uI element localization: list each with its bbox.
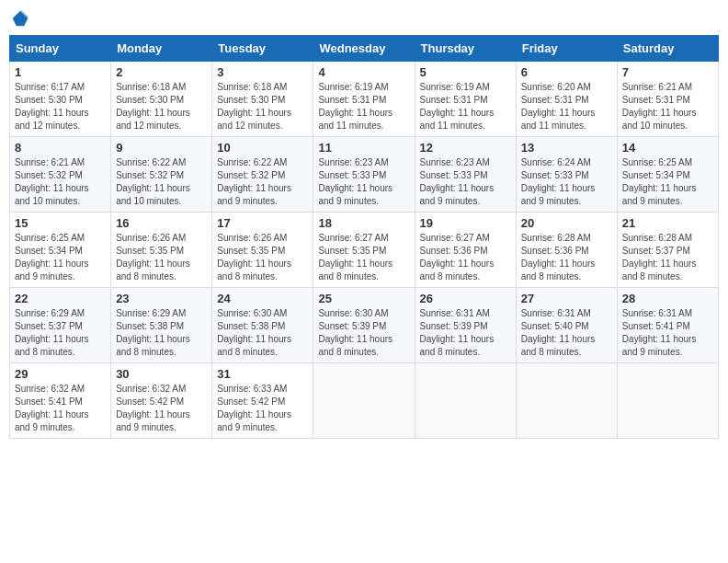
logo-icon: [11, 9, 29, 28]
day-info: Sunrise: 6:18 AM Sunset: 5:30 PM Dayligh…: [217, 81, 308, 132]
day-info: Sunrise: 6:27 AM Sunset: 5:36 PM Dayligh…: [420, 232, 511, 283]
day-info: Sunrise: 6:32 AM Sunset: 5:41 PM Dayligh…: [15, 383, 106, 434]
day-info: Sunrise: 6:29 AM Sunset: 5:37 PM Dayligh…: [15, 307, 106, 359]
day-number: 12: [420, 141, 511, 155]
col-header-friday: Friday: [516, 36, 617, 62]
day-cell: 15Sunrise: 6:25 AM Sunset: 5:34 PM Dayli…: [10, 213, 111, 288]
day-cell: [415, 363, 516, 439]
day-number: 10: [217, 141, 308, 155]
page-header: [9, 9, 719, 28]
day-number: 8: [15, 141, 106, 155]
col-header-sunday: Sunday: [10, 36, 111, 62]
day-number: 3: [217, 65, 308, 79]
day-cell: 7Sunrise: 6:21 AM Sunset: 5:31 PM Daylig…: [617, 62, 718, 137]
day-number: 26: [420, 292, 511, 305]
day-number: 11: [318, 141, 409, 155]
day-cell: 31Sunrise: 6:33 AM Sunset: 5:42 PM Dayli…: [212, 363, 313, 439]
day-number: 21: [622, 216, 713, 230]
day-number: 29: [15, 367, 106, 381]
day-cell: 12Sunrise: 6:23 AM Sunset: 5:33 PM Dayli…: [415, 137, 516, 213]
day-cell: 18Sunrise: 6:27 AM Sunset: 5:35 PM Dayli…: [313, 213, 415, 288]
day-number: 31: [217, 367, 308, 381]
day-number: 27: [521, 292, 612, 305]
day-cell: 19Sunrise: 6:27 AM Sunset: 5:36 PM Dayli…: [415, 213, 516, 288]
day-number: 28: [622, 292, 713, 305]
day-number: 19: [420, 216, 511, 230]
day-number: 13: [521, 141, 612, 155]
day-number: 17: [217, 216, 308, 230]
day-number: 23: [116, 292, 207, 305]
day-info: Sunrise: 6:27 AM Sunset: 5:35 PM Dayligh…: [318, 232, 409, 283]
day-number: 6: [521, 65, 612, 79]
col-header-thursday: Thursday: [415, 36, 516, 62]
col-header-saturday: Saturday: [617, 36, 718, 62]
day-cell: 3Sunrise: 6:18 AM Sunset: 5:30 PM Daylig…: [212, 62, 313, 137]
week-row-3: 15Sunrise: 6:25 AM Sunset: 5:34 PM Dayli…: [10, 213, 719, 288]
day-number: 30: [116, 367, 207, 381]
day-info: Sunrise: 6:30 AM Sunset: 5:39 PM Dayligh…: [318, 307, 409, 359]
day-cell: 16Sunrise: 6:26 AM Sunset: 5:35 PM Dayli…: [111, 213, 212, 288]
day-info: Sunrise: 6:24 AM Sunset: 5:33 PM Dayligh…: [521, 156, 612, 208]
day-info: Sunrise: 6:33 AM Sunset: 5:42 PM Dayligh…: [217, 383, 308, 434]
day-info: Sunrise: 6:28 AM Sunset: 5:37 PM Dayligh…: [622, 232, 713, 283]
week-row-1: 1Sunrise: 6:17 AM Sunset: 5:30 PM Daylig…: [10, 62, 719, 137]
day-cell: 6Sunrise: 6:20 AM Sunset: 5:31 PM Daylig…: [516, 62, 617, 137]
day-cell: 2Sunrise: 6:18 AM Sunset: 5:30 PM Daylig…: [111, 62, 212, 137]
day-cell: [313, 363, 415, 439]
calendar-table: SundayMondayTuesdayWednesdayThursdayFrid…: [9, 35, 719, 439]
day-info: Sunrise: 6:26 AM Sunset: 5:35 PM Dayligh…: [217, 232, 308, 283]
day-info: Sunrise: 6:25 AM Sunset: 5:34 PM Dayligh…: [15, 232, 106, 283]
day-number: 16: [116, 216, 207, 230]
day-number: 7: [622, 65, 713, 79]
day-info: Sunrise: 6:25 AM Sunset: 5:34 PM Dayligh…: [622, 156, 713, 208]
week-row-2: 8Sunrise: 6:21 AM Sunset: 5:32 PM Daylig…: [10, 137, 719, 213]
day-info: Sunrise: 6:20 AM Sunset: 5:31 PM Dayligh…: [521, 81, 612, 132]
day-info: Sunrise: 6:31 AM Sunset: 5:39 PM Dayligh…: [420, 307, 511, 359]
day-cell: 22Sunrise: 6:29 AM Sunset: 5:37 PM Dayli…: [10, 288, 111, 363]
day-cell: 17Sunrise: 6:26 AM Sunset: 5:35 PM Dayli…: [212, 213, 313, 288]
day-info: Sunrise: 6:32 AM Sunset: 5:42 PM Dayligh…: [116, 383, 207, 434]
day-info: Sunrise: 6:26 AM Sunset: 5:35 PM Dayligh…: [116, 232, 207, 283]
day-info: Sunrise: 6:31 AM Sunset: 5:40 PM Dayligh…: [521, 307, 612, 359]
day-info: Sunrise: 6:23 AM Sunset: 5:33 PM Dayligh…: [318, 156, 409, 208]
day-number: 18: [318, 216, 409, 230]
day-cell: 23Sunrise: 6:29 AM Sunset: 5:38 PM Dayli…: [111, 288, 212, 363]
day-cell: 14Sunrise: 6:25 AM Sunset: 5:34 PM Dayli…: [617, 137, 718, 213]
day-info: Sunrise: 6:22 AM Sunset: 5:32 PM Dayligh…: [116, 156, 207, 208]
day-info: Sunrise: 6:30 AM Sunset: 5:38 PM Dayligh…: [217, 307, 308, 359]
day-info: Sunrise: 6:17 AM Sunset: 5:30 PM Dayligh…: [15, 81, 106, 132]
day-number: 22: [15, 292, 106, 305]
day-cell: 21Sunrise: 6:28 AM Sunset: 5:37 PM Dayli…: [617, 213, 718, 288]
day-cell: 26Sunrise: 6:31 AM Sunset: 5:39 PM Dayli…: [415, 288, 516, 363]
day-info: Sunrise: 6:29 AM Sunset: 5:38 PM Dayligh…: [116, 307, 207, 359]
day-cell: 4Sunrise: 6:19 AM Sunset: 5:31 PM Daylig…: [313, 62, 415, 137]
day-cell: 13Sunrise: 6:24 AM Sunset: 5:33 PM Dayli…: [516, 137, 617, 213]
day-info: Sunrise: 6:23 AM Sunset: 5:33 PM Dayligh…: [420, 156, 511, 208]
day-number: 4: [318, 65, 409, 79]
day-cell: 24Sunrise: 6:30 AM Sunset: 5:38 PM Dayli…: [212, 288, 313, 363]
day-number: 9: [116, 141, 207, 155]
logo: [9, 9, 29, 28]
day-number: 24: [217, 292, 308, 305]
svg-marker-0: [13, 11, 28, 27]
day-cell: 28Sunrise: 6:31 AM Sunset: 5:41 PM Dayli…: [617, 288, 718, 363]
day-number: 1: [15, 65, 106, 79]
day-number: 5: [420, 65, 511, 79]
day-cell: 5Sunrise: 6:19 AM Sunset: 5:31 PM Daylig…: [415, 62, 516, 137]
day-info: Sunrise: 6:19 AM Sunset: 5:31 PM Dayligh…: [318, 81, 409, 132]
col-header-wednesday: Wednesday: [313, 36, 415, 62]
day-cell: 9Sunrise: 6:22 AM Sunset: 5:32 PM Daylig…: [111, 137, 212, 213]
day-cell: 1Sunrise: 6:17 AM Sunset: 5:30 PM Daylig…: [10, 62, 111, 137]
day-info: Sunrise: 6:21 AM Sunset: 5:31 PM Dayligh…: [622, 81, 713, 132]
day-info: Sunrise: 6:19 AM Sunset: 5:31 PM Dayligh…: [420, 81, 511, 132]
week-row-4: 22Sunrise: 6:29 AM Sunset: 5:37 PM Dayli…: [10, 288, 719, 363]
col-header-tuesday: Tuesday: [212, 36, 313, 62]
day-number: 20: [521, 216, 612, 230]
day-info: Sunrise: 6:22 AM Sunset: 5:32 PM Dayligh…: [217, 156, 308, 208]
day-cell: 30Sunrise: 6:32 AM Sunset: 5:42 PM Dayli…: [111, 363, 212, 439]
day-number: 25: [318, 292, 409, 305]
col-header-monday: Monday: [111, 36, 212, 62]
day-info: Sunrise: 6:21 AM Sunset: 5:32 PM Dayligh…: [15, 156, 106, 208]
day-number: 2: [116, 65, 207, 79]
day-cell: [617, 363, 718, 439]
